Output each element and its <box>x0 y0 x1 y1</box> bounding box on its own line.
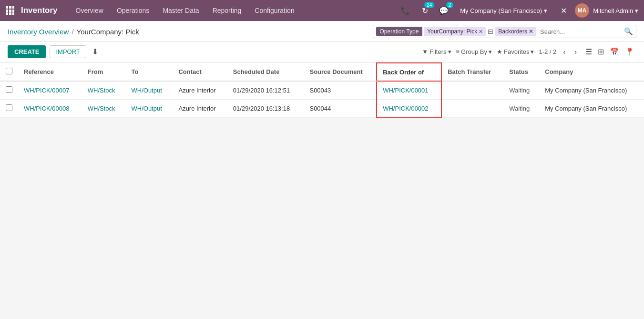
grid-view-button[interactable]: ⊞ <box>596 46 606 57</box>
user-dropdown-icon: ▾ <box>635 7 638 14</box>
row1-back-order[interactable]: WH/PICK/00001 <box>377 81 441 100</box>
row2-checkbox[interactable] <box>6 104 12 111</box>
batch-transfer-header[interactable]: Batch Transfer <box>441 63 503 81</box>
nav-configuration[interactable]: Configuration <box>248 0 301 21</box>
from-header[interactable]: From <box>82 63 126 81</box>
contact-header[interactable]: Contact <box>173 63 227 81</box>
company-selector[interactable]: My Company (San Francisco) ▾ <box>455 7 552 14</box>
chat-badge: 2 <box>446 2 454 8</box>
svg-rect-0 <box>6 6 8 9</box>
svg-rect-8 <box>12 12 14 15</box>
svg-rect-5 <box>12 10 14 12</box>
search-icon[interactable]: 🔍 <box>624 27 633 36</box>
user-name[interactable]: Mitchell Admin ▾ <box>593 7 638 14</box>
svg-rect-3 <box>6 10 8 12</box>
page-header: Inventory Overview / YourCompany: Pick O… <box>0 21 644 41</box>
user-avatar[interactable]: MA <box>575 3 589 18</box>
breadcrumb-current: YourCompany: Pick <box>77 28 139 36</box>
app-grid-icon[interactable] <box>6 6 14 15</box>
inventory-table: Reference From To Contact Scheduled Date… <box>0 62 644 118</box>
calendar-view-button[interactable]: 📅 <box>608 46 621 57</box>
row1-contact: Azure Interior <box>173 81 227 100</box>
filter-tag-backorder-text: Backorders <box>498 28 527 35</box>
breadcrumb-parent[interactable]: Inventory Overview <box>8 28 69 36</box>
user-initials: MA <box>578 7 587 14</box>
filters-button[interactable]: ▼ Filters ▾ <box>422 48 451 55</box>
row1-reference[interactable]: WH/PICK/00007 <box>18 81 82 100</box>
favorites-button[interactable]: ★ Favorites ▾ <box>497 48 534 55</box>
nav-links: Overview Operations Master Data Reportin… <box>69 0 399 21</box>
reference-header[interactable]: Reference <box>18 63 82 81</box>
download-button[interactable]: ⬇ <box>90 45 100 58</box>
row2-from: WH/Stock <box>82 100 126 118</box>
filter-tag-operation-text: YourCompany: Pick <box>427 28 477 35</box>
row2-scheduled-date: 01/29/2020 16:13:18 <box>227 100 304 118</box>
svg-rect-7 <box>9 12 11 15</box>
table-header-row: Reference From To Contact Scheduled Date… <box>0 63 644 81</box>
scheduled-date-header[interactable]: Scheduled Date <box>227 63 304 81</box>
filter-tag-backorder-remove[interactable]: ✕ <box>529 28 533 35</box>
svg-rect-6 <box>6 12 8 15</box>
list-view-button[interactable]: ☰ <box>583 46 594 57</box>
toolbar-row: CREATE IMPORT ⬇ ▼ Filters ▾ ≡ Group By ▾… <box>0 41 644 62</box>
fav-chevron: ▾ <box>531 48 534 55</box>
row1-scheduled-date: 01/29/2020 16:12:51 <box>227 81 304 100</box>
row1-to: WH/Output <box>126 81 173 100</box>
row2-batch-transfer <box>441 100 503 118</box>
refresh-badge: 24 <box>424 2 434 8</box>
svg-rect-2 <box>12 6 14 9</box>
nav-reporting[interactable]: Reporting <box>206 0 248 21</box>
search-input[interactable] <box>538 27 622 36</box>
company-name: My Company (San Francisco) <box>460 7 542 14</box>
filter-funnel-icon: ⊟ <box>488 28 493 35</box>
to-header[interactable]: To <box>126 63 173 81</box>
group-by-button[interactable]: ≡ Group By ▾ <box>456 48 492 55</box>
import-button[interactable]: IMPORT <box>50 45 86 58</box>
star-icon: ★ <box>497 48 502 55</box>
next-page-button[interactable]: › <box>572 47 579 57</box>
back-order-header[interactable]: Back Order of <box>377 63 441 81</box>
view-icons: ☰ ⊞ 📅 📍 <box>583 46 636 57</box>
row2-reference[interactable]: WH/PICK/00008 <box>18 100 82 118</box>
row2-source-document: S00044 <box>304 100 377 118</box>
row2-to: WH/Output <box>126 100 173 118</box>
row1-company: My Company (San Francisco) <box>539 81 644 100</box>
row2-back-order[interactable]: WH/PICK/00002 <box>377 100 441 118</box>
toolbar-right: ▼ Filters ▾ ≡ Group By ▾ ★ Favorites ▾ 1… <box>422 46 636 57</box>
breadcrumb-separator: / <box>72 28 73 36</box>
row1-checkbox[interactable] <box>6 86 12 93</box>
nav-operations[interactable]: Operations <box>110 0 156 21</box>
company-header[interactable]: Company <box>539 63 644 81</box>
select-all-checkbox[interactable] <box>6 68 12 74</box>
company-dropdown-icon: ▾ <box>544 7 547 14</box>
source-document-header[interactable]: Source Document <box>304 63 377 81</box>
select-all-header[interactable] <box>0 63 18 81</box>
breadcrumb: Inventory Overview / YourCompany: Pick O… <box>8 25 636 38</box>
create-button[interactable]: CREATE <box>8 45 46 58</box>
row2-checkbox-cell[interactable] <box>0 100 18 118</box>
map-view-button[interactable]: 📍 <box>623 46 636 57</box>
nav-master-data[interactable]: Master Data <box>156 0 205 21</box>
row2-contact: Azure Interior <box>173 100 227 118</box>
close-icon[interactable]: ✕ <box>556 3 571 18</box>
filters-chevron: ▾ <box>448 48 451 55</box>
row1-batch-transfer <box>441 81 503 100</box>
filter-tag-backorder[interactable]: Backorders ✕ <box>495 27 536 36</box>
refresh-icon[interactable]: ↻ 24 <box>417 3 432 18</box>
row1-status: Waiting <box>503 81 539 100</box>
group-icon: ≡ <box>456 48 460 55</box>
status-header[interactable]: Status <box>503 63 539 81</box>
chat-icon[interactable]: 💬 2 <box>436 3 451 18</box>
prev-page-button[interactable]: ‹ <box>561 47 567 57</box>
filter-tag-operation[interactable]: YourCompany: Pick ✕ <box>424 27 486 36</box>
row1-checkbox-cell[interactable] <box>0 81 18 100</box>
app-title: Inventory <box>21 6 58 15</box>
filter-tag-operation-remove[interactable]: ✕ <box>479 29 483 35</box>
svg-rect-4 <box>9 10 11 12</box>
phone-icon[interactable]: 📞 <box>398 3 413 18</box>
nav-right: 📞 ↻ 24 💬 2 My Company (San Francisco) ▾ … <box>398 3 638 18</box>
table-row: WH/PICK/00007 WH/Stock WH/Output Azure I… <box>0 81 644 100</box>
row2-status: Waiting <box>503 100 539 118</box>
nav-overview[interactable]: Overview <box>69 0 110 21</box>
operation-type-label: Operation Type <box>376 27 423 36</box>
